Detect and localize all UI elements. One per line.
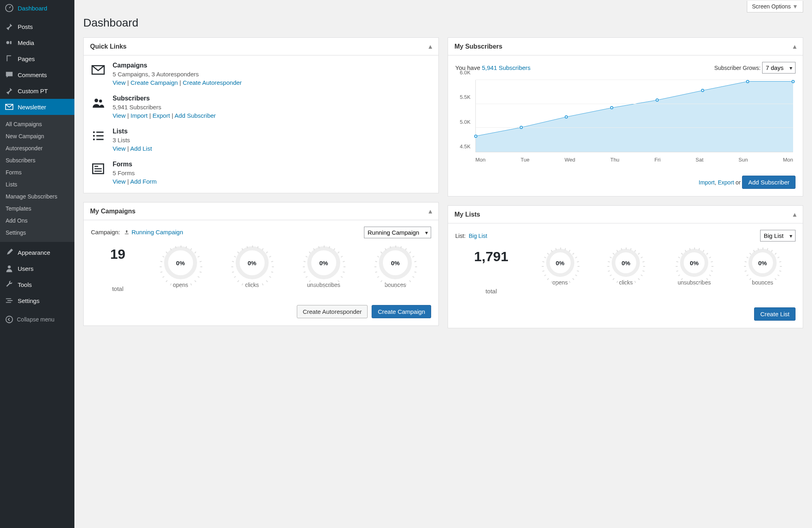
wrench-icon xyxy=(5,280,14,289)
ql-subscribers-title: Subscribers xyxy=(113,95,216,102)
my-campaigns-box: My Campaigns▴ Campaign: Running Campaign… xyxy=(83,202,439,326)
ql-forms-title: Forms xyxy=(113,161,157,168)
add-subscriber-button[interactable]: Add Subscriber xyxy=(742,176,796,189)
screen-options-button[interactable]: Screen Options ▼ xyxy=(747,1,803,12)
submenu-new-campaign[interactable]: New Campaign xyxy=(0,130,74,142)
sidebar-label: Media xyxy=(18,39,34,46)
caret-up-icon: ▴ xyxy=(429,207,432,215)
submenu-lists[interactable]: Lists xyxy=(0,178,74,190)
sidebar-item-dashboard[interactable]: Dashboard xyxy=(0,0,74,16)
brush-icon xyxy=(5,248,14,257)
ql-lists-view[interactable]: View xyxy=(113,145,125,152)
list-current-link[interactable]: Big List xyxy=(469,233,487,239)
ql-add-list[interactable]: Add List xyxy=(130,145,152,152)
list-select[interactable]: Big List xyxy=(760,230,796,241)
svg-point-14 xyxy=(93,139,95,141)
sidebar-item-custom-pt[interactable]: Custom PT xyxy=(0,83,74,99)
upload-icon xyxy=(123,229,130,236)
list-icon xyxy=(91,129,105,143)
submenu-add-ons[interactable]: Add Ons xyxy=(0,215,74,227)
sidebar-label: Dashboard xyxy=(18,5,47,12)
list-total: 1,791 xyxy=(474,249,508,264)
submenu-templates[interactable]: Templates xyxy=(0,203,74,215)
sidebar-item-pages[interactable]: Pages xyxy=(0,51,74,67)
box-title: My Subscribers xyxy=(454,43,502,50)
sidebar-label: Pages xyxy=(18,55,35,62)
campaign-select[interactable]: Running Campaign xyxy=(364,227,431,238)
sidebar-item-tools[interactable]: Tools xyxy=(0,276,74,293)
mail-icon xyxy=(91,63,105,77)
ql-forms-view[interactable]: View xyxy=(113,178,125,185)
campaign-current-link[interactable]: Running Campaign xyxy=(132,229,183,235)
ql-add-form[interactable]: Add Form xyxy=(130,178,157,185)
subs-import-link[interactable]: Import xyxy=(699,179,715,186)
sidebar-label: Settings xyxy=(18,297,39,304)
submenu-forms[interactable]: Forms xyxy=(0,166,74,178)
gauge-unsubs: 0% xyxy=(307,246,340,279)
gauge-opens: 0% xyxy=(164,246,197,279)
campaign-total-label: total xyxy=(110,285,125,292)
pin-icon xyxy=(5,86,14,95)
ql-lists-sub: 3 Lists xyxy=(113,137,152,143)
subscribers-count-link[interactable]: 5,941 Subscribers xyxy=(482,64,530,71)
ql-create-campaign[interactable]: Create Campaign xyxy=(131,79,178,86)
create-autoresponder-button[interactable]: Create Autoresponder xyxy=(297,305,368,318)
ql-subs-import[interactable]: Import xyxy=(131,112,148,119)
sidebar-item-comments[interactable]: Comments xyxy=(0,67,74,83)
my-subscribers-header[interactable]: My Subscribers▴ xyxy=(448,38,803,55)
sidebar-item-newsletter[interactable]: Newsletter xyxy=(0,99,74,115)
chevron-down-icon: ▼ xyxy=(792,3,798,10)
gauge-clicks: 0% xyxy=(612,249,640,277)
sidebar-item-media[interactable]: Media xyxy=(0,35,74,51)
quick-links-header[interactable]: Quick Links▴ xyxy=(84,38,438,55)
gauge-opens: 0% xyxy=(546,249,574,277)
svg-point-10 xyxy=(93,131,95,133)
my-campaigns-header[interactable]: My Campaigns▴ xyxy=(84,203,438,220)
grow-select[interactable]: 7 days xyxy=(762,62,796,74)
dashboard-icon xyxy=(5,4,14,12)
sliders-icon xyxy=(5,296,14,305)
submenu-settings[interactable]: Settings xyxy=(0,227,74,239)
screen-options-label: Screen Options xyxy=(752,3,791,10)
sidebar-label: Comments xyxy=(18,72,47,78)
ql-add-subscriber[interactable]: Add Subscriber xyxy=(175,112,216,119)
sidebar-item-posts[interactable]: Posts xyxy=(0,18,74,35)
svg-point-9 xyxy=(99,100,102,103)
sidebar-item-appearance[interactable]: Appearance xyxy=(0,244,74,260)
subs-export-link[interactable]: Export xyxy=(718,179,734,186)
sidebar-label: Custom PT xyxy=(18,88,48,94)
submenu-manage-subscribers[interactable]: Manage Subscribers xyxy=(0,190,74,203)
sidebar-label: Users xyxy=(18,265,33,272)
sidebar-item-settings[interactable]: Settings xyxy=(0,293,74,309)
submenu-autoresponder[interactable]: Autoresponder xyxy=(0,142,74,154)
box-title: Quick Links xyxy=(90,43,127,50)
submenu-all-campaigns[interactable]: All Campaigns xyxy=(0,118,74,130)
ql-campaigns-view[interactable]: View xyxy=(113,79,125,86)
collapse-menu[interactable]: Collapse menu xyxy=(0,311,74,328)
sidebar-label: Appearance xyxy=(18,249,50,256)
ql-create-autoresponder[interactable]: Create Autoresponder xyxy=(183,79,242,86)
ql-lists-title: Lists xyxy=(113,128,152,135)
gauge-bounces: 0% xyxy=(748,249,777,277)
sidebar-label: Tools xyxy=(18,281,32,288)
svg-point-8 xyxy=(95,99,98,102)
ql-campaigns-title: Campaigns xyxy=(113,62,242,69)
user-icon xyxy=(5,264,14,273)
ql-subs-export[interactable]: Export xyxy=(152,112,170,119)
submenu-subscribers[interactable]: Subscribers xyxy=(0,154,74,166)
svg-rect-15 xyxy=(97,139,104,140)
create-list-button[interactable]: Create List xyxy=(754,307,796,321)
create-campaign-button[interactable]: Create Campaign xyxy=(372,305,431,318)
svg-rect-3 xyxy=(7,56,12,62)
sidebar-label: Posts xyxy=(18,23,33,30)
ql-subscribers-sub: 5,941 Subscribers xyxy=(113,104,216,111)
box-title: My Campaigns xyxy=(90,208,136,215)
ql-subs-view[interactable]: View xyxy=(113,112,125,119)
campaign-label: Campaign: xyxy=(91,229,120,235)
sidebar-item-users[interactable]: Users xyxy=(0,260,74,276)
my-lists-box: My Lists▴ List: Big List Big List 1,791 … xyxy=(448,205,803,328)
svg-point-6 xyxy=(6,316,13,323)
grow-label: Subscriber Grows: xyxy=(714,65,761,71)
collapse-label: Collapse menu xyxy=(17,316,54,323)
my-lists-header[interactable]: My Lists▴ xyxy=(448,206,803,223)
